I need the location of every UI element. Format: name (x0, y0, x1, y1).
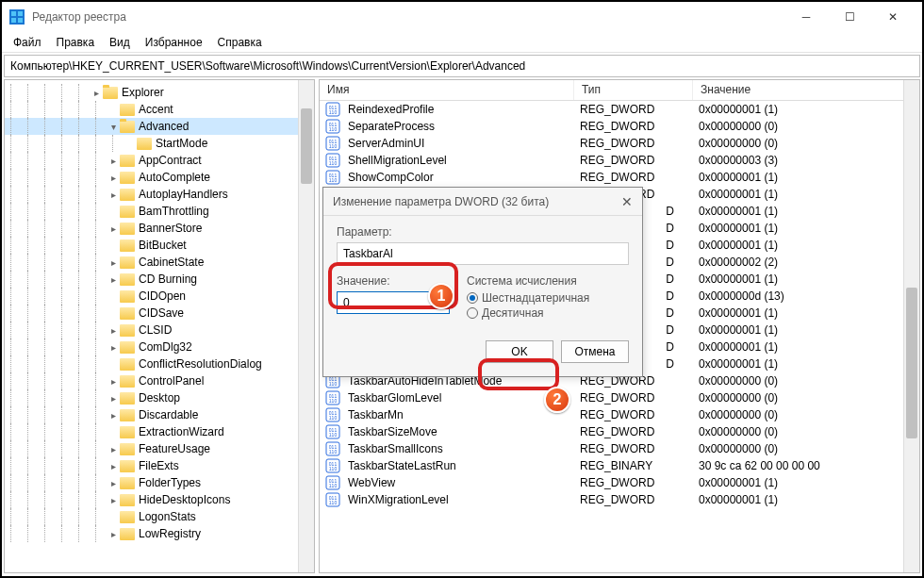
tree-item[interactable]: CIDOpen (5, 288, 314, 305)
tree-item[interactable]: BamThrottling (5, 203, 314, 220)
tree-item[interactable]: ▸FeatureUsage (5, 440, 314, 457)
value-row[interactable]: 011110ShellMigrationLevelREG_DWORD0x0000… (320, 152, 919, 169)
twisty-icon[interactable]: ▸ (107, 223, 120, 234)
path-text: Компьютер\HKEY_CURRENT_USER\Software\Mic… (10, 59, 525, 73)
menu-view[interactable]: Вид (102, 34, 138, 51)
dword-icon: 011110 (325, 390, 340, 405)
folder-icon (120, 358, 135, 371)
menu-file[interactable]: Файл (6, 34, 49, 51)
tree-label: Desktop (139, 391, 180, 405)
value-row[interactable]: 011110TaskbarMnREG_DWORD0x00000000 (0) (320, 406, 919, 423)
dialog-titlebar[interactable]: Изменение параметра DWORD (32 бита) ✕ (323, 188, 642, 216)
value-row[interactable]: 011110ShowCompColorREG_DWORD0x00000001 (… (320, 169, 919, 186)
cancel-button[interactable]: Отмена (561, 340, 629, 363)
twisty-icon[interactable]: ▸ (107, 325, 120, 336)
twisty-icon[interactable]: ▸ (90, 88, 103, 98)
value-row[interactable]: 011110WebViewREG_DWORD0x00000001 (1) (320, 474, 919, 491)
twisty-icon[interactable]: ▸ (107, 393, 120, 404)
twisty-icon[interactable]: ▸ (107, 156, 120, 166)
value-name: TaskbarSizeMove (340, 425, 572, 438)
value-row[interactable]: 011110ReindexedProfileREG_DWORD0x0000000… (320, 101, 919, 118)
tree-item[interactable]: LogonStats (5, 508, 314, 525)
twisty-icon[interactable]: ▸ (107, 257, 120, 268)
tree-item[interactable]: ▸Discardable (5, 406, 314, 423)
tree-item[interactable]: ▸AppContract (5, 152, 314, 169)
value-row[interactable]: 011110TaskbarGlomLevelREG_DWORD0x0000000… (320, 389, 919, 406)
value-name: ReindexedProfile (340, 103, 572, 116)
tree-item[interactable]: ▸AutoComplete (5, 169, 314, 186)
svg-rect-3 (11, 18, 16, 23)
minimize-button[interactable]: ─ (784, 2, 828, 32)
tree-item[interactable]: ▸FileExts (5, 457, 314, 474)
folder-icon (120, 121, 135, 133)
tree-item[interactable]: ▸Explorer (5, 84, 314, 101)
tree-item[interactable]: BitBucket (5, 237, 314, 254)
tree-scrollbar[interactable] (298, 80, 314, 572)
list-header[interactable]: Имя Тип Значение (320, 80, 919, 101)
value-row[interactable]: 011110TaskbarSizeMoveREG_DWORD0x00000000… (320, 423, 919, 440)
tree-item[interactable]: ▸FolderTypes (5, 474, 314, 491)
twisty-icon[interactable]: ▸ (107, 173, 120, 183)
svg-text:110: 110 (329, 177, 338, 183)
tree-item[interactable]: ▸ComDlg32 (5, 339, 314, 355)
twisty-icon[interactable]: ▸ (107, 495, 120, 505)
tree-item[interactable]: ▸ControlPanel (5, 372, 314, 389)
value-row[interactable]: 011110ServerAdminUIREG_DWORD0x00000000 (… (320, 135, 919, 152)
dword-icon: 011110 (325, 492, 340, 507)
col-name[interactable]: Имя (320, 80, 574, 100)
value-row[interactable]: 011110WinXMigrationLevelREG_DWORD0x00000… (320, 491, 919, 508)
tree-item[interactable]: CIDSave (5, 305, 314, 322)
param-field[interactable] (337, 242, 629, 265)
col-value[interactable]: Значение (693, 80, 919, 100)
folder-icon (120, 443, 135, 455)
tree-item[interactable]: ▸CD Burning (5, 271, 314, 288)
edit-dword-dialog: Изменение параметра DWORD (32 бита) ✕ Па… (322, 187, 643, 377)
twisty-icon[interactable]: ▸ (107, 342, 120, 353)
tree-item[interactable]: ConflictResolutionDialog (5, 355, 314, 372)
tree-item[interactable]: ExtractionWizard (5, 423, 314, 440)
twisty-icon[interactable]: ▸ (107, 410, 120, 421)
twisty-icon[interactable]: ▸ (107, 444, 120, 454)
twisty-icon[interactable]: ▸ (107, 274, 120, 285)
menu-favorites[interactable]: Избранное (138, 34, 210, 51)
folder-icon (120, 375, 135, 388)
address-bar[interactable]: Компьютер\HKEY_CURRENT_USER\Software\Mic… (4, 55, 920, 77)
close-button[interactable]: ✕ (871, 2, 915, 32)
value-data: 30 9c ca 62 00 00 00 00 (691, 459, 919, 472)
tree-label: CIDSave (139, 306, 184, 320)
menu-edit[interactable]: Правка (49, 34, 103, 51)
tree-item[interactable]: ▾Advanced (5, 118, 314, 135)
tree-item[interactable]: ▸AutoplayHandlers (5, 186, 314, 203)
twisty-icon[interactable]: ▾ (107, 122, 120, 132)
col-type[interactable]: Тип (574, 80, 693, 100)
svg-text:110: 110 (329, 432, 338, 438)
svg-text:110: 110 (329, 160, 338, 166)
value-row[interactable]: 011110SeparateProcessREG_DWORD0x00000000… (320, 118, 919, 135)
tree-item[interactable]: ▸CLSID (5, 322, 314, 339)
tree-item[interactable]: Accent (5, 101, 314, 118)
tree-item[interactable]: ▸HideDesktopIcons (5, 491, 314, 508)
radio-hex[interactable]: Шестнадцатеричная (467, 291, 589, 305)
tree-panel[interactable]: ▸ExplorerAccent▾AdvancedStartMode▸AppCon… (4, 79, 315, 573)
tree-item[interactable]: ▸LowRegistry (5, 525, 314, 542)
tree-item[interactable]: ▸Desktop (5, 389, 314, 406)
tree-item[interactable]: ▸BannerStore (5, 220, 314, 237)
value-row[interactable]: 011110TaskbarStateLastRunREG_BINARY30 9c… (320, 457, 919, 474)
twisty-icon[interactable]: ▸ (107, 461, 120, 471)
radio-dec[interactable]: Десятичная (467, 306, 589, 320)
dialog-close-button[interactable]: ✕ (621, 194, 633, 209)
tree-item[interactable]: StartMode (5, 135, 314, 152)
value-row[interactable]: 011110TaskbarSmallIconsREG_DWORD0x000000… (320, 440, 919, 457)
twisty-icon[interactable]: ▸ (107, 190, 120, 200)
list-scrollbar[interactable] (903, 80, 919, 572)
twisty-icon[interactable]: ▸ (107, 478, 120, 488)
maximize-button[interactable]: ☐ (828, 2, 871, 32)
folder-icon (120, 273, 135, 286)
twisty-icon[interactable]: ▸ (107, 376, 120, 387)
menu-help[interactable]: Справка (210, 34, 270, 51)
ok-button[interactable]: OK (486, 340, 553, 363)
value-type: REG_DWORD (572, 137, 691, 150)
dword-icon: 011110 (325, 102, 340, 117)
tree-item[interactable]: ▸CabinetState (5, 254, 314, 271)
twisty-icon[interactable]: ▸ (107, 529, 120, 539)
